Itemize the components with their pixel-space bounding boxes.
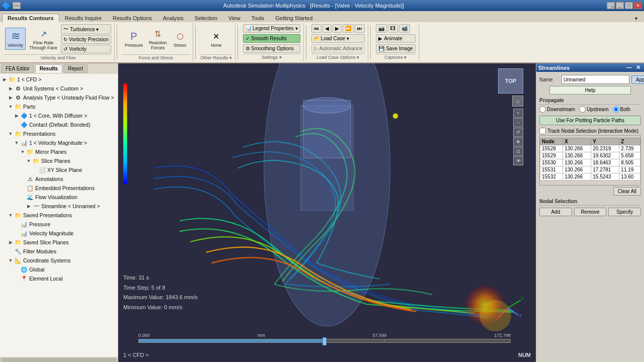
name-input[interactable] <box>561 75 629 84</box>
tree-node-pressure[interactable]: 📊Pressure <box>1 220 117 229</box>
horizontal-scrollbar[interactable] <box>0 357 118 362</box>
viewport[interactable]: Fluid Nodal Velocity Magnitude mm/s 1843… <box>118 63 536 362</box>
tree-node-saved-slice-planes[interactable]: ▶📁Saved Slice Planes <box>1 238 117 247</box>
tree-node-streamline---unnamed--[interactable]: ▶〰Streamline < Unnamed > <box>1 202 117 211</box>
table-row[interactable]: 15528130.26620.23192.739 <box>540 145 640 152</box>
fit-btn[interactable]: ⊡ <box>513 147 523 156</box>
remove-btn[interactable]: Remove <box>574 208 607 216</box>
tree-node-filter-modules[interactable]: 🔧Filter Modules <box>1 247 117 256</box>
tree-node-element-local[interactable]: 📍Element Local <box>1 274 117 283</box>
smoothing-options-btn[interactable]: ⚙ Smoothing Options <box>243 44 300 53</box>
add-btn[interactable]: Add <box>539 208 572 216</box>
stress-btn[interactable]: ⬡ Stress <box>171 28 190 50</box>
vorticity-btn[interactable]: ↻ Vorticity Precision <box>61 35 111 44</box>
legend-properties-btn[interactable]: 📊 Legend Properties ▾ <box>243 24 300 33</box>
apply-btn[interactable]: Apply <box>631 75 644 84</box>
play-first-btn[interactable]: ⏮ <box>311 24 321 33</box>
turbulence-btn[interactable]: 〜 Turbulence ▾ <box>61 24 111 34</box>
tree-node-analysis-type---unsteady-fluid-flow--[interactable]: ▶⚙Analysis Type < Unsteady Fluid Flow > <box>1 93 117 102</box>
play-fast-btn[interactable]: ⏩ <box>343 24 354 33</box>
reaction-btn[interactable]: ⇅ ReactionForces <box>146 25 170 52</box>
specify-btn[interactable]: Specify <box>608 208 641 216</box>
save-image-btn[interactable]: 💾 Save Image <box>376 44 415 53</box>
pan-btn[interactable]: ✥ <box>513 137 523 146</box>
max-btn[interactable]: □ <box>625 2 633 9</box>
table-row[interactable]: 15529130.26619.63025.658 <box>540 152 640 159</box>
tree-node-global[interactable]: 🌐Global <box>1 265 117 274</box>
tree-node-1---core--with-diffuser--[interactable]: ▶🔷1 < Core, With Diffuser > <box>1 111 117 120</box>
tree-node-icon: 🔷 <box>20 112 28 120</box>
vorticity2-btn[interactable]: ↺ Vorticity <box>61 45 111 53</box>
help-btn[interactable]: Help <box>549 86 631 95</box>
tab-selection[interactable]: Selection <box>189 14 223 22</box>
search-btn[interactable]: 🔍 <box>607 2 615 9</box>
tree-node-parts[interactable]: ▼📁Parts <box>1 102 117 111</box>
auto-advance-btn[interactable]: ▷ Automatic Advance <box>311 44 365 53</box>
tree-node-flow-visualization[interactable]: 🌊Flow Visualization <box>1 193 117 202</box>
nav-home-btn[interactable]: ⌂ <box>512 96 523 107</box>
radio-upstream[interactable]: Upstream <box>579 106 608 113</box>
animate-btn[interactable]: ▶ Animate <box>376 34 415 43</box>
minimize-btn[interactable]: — <box>13 2 21 9</box>
tree-node-slice-planes[interactable]: ▼📁Slice Planes <box>1 156 117 165</box>
slider-thumb[interactable] <box>323 337 327 345</box>
tab-extra[interactable]: ▼ <box>628 15 644 22</box>
tree-node-annotations[interactable]: ⚠Annotations <box>1 174 117 184</box>
load-case-btn[interactable]: 📂 Load Case ▾ <box>311 34 365 43</box>
ribbon-group-settings: 📊 Legend Properties ▾ ✓ Smooth Results ⚙… <box>240 23 304 61</box>
rotate-btn[interactable]: ↺ <box>513 128 523 137</box>
tree-node-contact--default--bonded-[interactable]: 🔷Contact (Default: Bonded) <box>1 120 117 129</box>
clear-all-btn[interactable]: Clear All <box>613 187 641 196</box>
pressure-btn[interactable]: P Pressure <box>122 28 145 50</box>
tree-node-coordinate-systems[interactable]: ▼📐Coordinate Systems <box>1 256 117 265</box>
table-row[interactable]: 15532130.26615.524313.60 <box>540 173 640 180</box>
tab-view[interactable]: View <box>223 14 246 22</box>
none-btn[interactable]: ✕ None <box>207 28 226 50</box>
play-prev-btn[interactable]: ◀ <box>323 24 332 33</box>
close-btn[interactable]: ✕ <box>634 2 642 9</box>
zoom-in-btn[interactable]: + <box>513 109 523 118</box>
tree-node-presentations[interactable]: ▼📁Presentations <box>1 129 117 138</box>
tree-node-velocity-magnitude[interactable]: 📊Velocity Magnitude <box>1 229 117 238</box>
play-btn[interactable]: ▶ <box>333 24 342 33</box>
window-controls-left[interactable]: — <box>13 2 21 9</box>
tab-fea-editor[interactable]: FEA Editor <box>1 64 34 73</box>
play-last-btn[interactable]: ⏭ <box>355 24 365 33</box>
track-nodal-check[interactable]: Track Nodal Selection (Interactive Mode) <box>539 128 641 134</box>
radio-both[interactable]: Both <box>613 106 631 113</box>
velocity-btn[interactable]: ≋ Velocity <box>5 28 26 50</box>
tree-node-unit-systems---custom--[interactable]: ▶⚙Unit Systems < Custom > <box>1 84 117 93</box>
tab-results-contours[interactable]: Results Contours <box>2 14 59 22</box>
min-btn[interactable]: _ <box>616 2 624 9</box>
smooth-results-btn[interactable]: ✓ Smooth Results <box>243 34 300 43</box>
table-row[interactable]: 15531130.26617.278111.19 <box>540 166 640 173</box>
tree-node-mirror-planes[interactable]: ▼📁Mirror Planes <box>1 147 117 156</box>
tab-results-inquire[interactable]: Results Inquire <box>59 14 107 22</box>
nav-cube[interactable]: TOP <box>498 68 523 94</box>
table-row[interactable]: 15530130.26618.64638.505 <box>540 159 640 166</box>
tree-node-embedded-presentations[interactable]: 📋Embedded Presentations <box>1 184 117 193</box>
tree-node-1---cfd--[interactable]: ▶📁1 < CFD > <box>1 75 117 84</box>
node-table-wrapper[interactable]: Node X Y Z 15528130.26620.23192.73915529… <box>539 135 641 186</box>
tab-results-options[interactable]: Results Options <box>107 14 157 22</box>
zoom-out-btn[interactable]: − <box>513 118 523 127</box>
tree-node-saved-presentations[interactable]: ▼📁Saved Presentations <box>1 211 117 220</box>
use-for-plotting-btn[interactable]: Use For Plotting Particle Paths <box>539 116 641 125</box>
sep1 <box>117 25 117 59</box>
radio-downstream[interactable]: Downstream <box>539 106 575 113</box>
icon3-btn[interactable]: 📹 <box>399 24 410 33</box>
flow-rate-btn[interactable]: ↗ Flow RateThrough Face <box>27 25 60 52</box>
panel-close-btn[interactable]: ✕ <box>634 64 642 71</box>
tree-node-1---velocity-magnitude--[interactable]: ▼📊1 < Velocity Magnitude > <box>1 138 117 147</box>
tab-analysis[interactable]: Analysis <box>157 14 189 22</box>
icon1-btn[interactable]: 📷 <box>376 24 387 33</box>
tab-getting-started[interactable]: Getting Started <box>270 14 318 22</box>
panel-min-btn[interactable]: — <box>625 64 633 71</box>
slider-track[interactable] <box>138 339 511 343</box>
tab-tools[interactable]: Tools <box>246 14 270 22</box>
tab-results[interactable]: Results <box>35 64 62 73</box>
icon2-btn[interactable]: 🎞 <box>388 24 398 33</box>
view-btn[interactable]: 👁 <box>513 156 523 165</box>
tab-report[interactable]: Report <box>63 64 88 73</box>
tree-node-xy-slice-plane[interactable]: ⬜XY Slice Plane <box>1 165 117 174</box>
